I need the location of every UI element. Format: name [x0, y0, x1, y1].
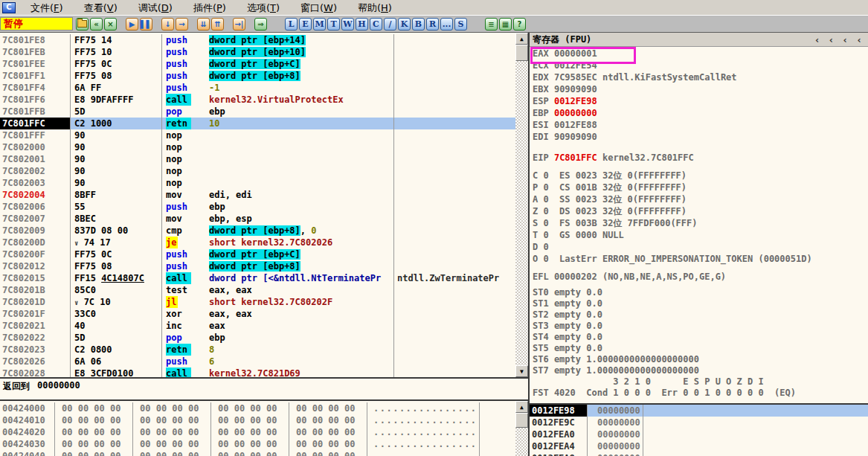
disasm-row[interactable]: 7C802012FF75 08pushdword ptr [ebp+8]	[0, 260, 515, 272]
comment-cell[interactable]	[397, 189, 515, 201]
bytes-cell[interactable]: E8 9DFAFFFF	[71, 94, 162, 106]
register-row[interactable]: EBX 90909090	[533, 83, 868, 95]
address-cell[interactable]: 7C802004	[0, 189, 71, 201]
address-cell[interactable]: 7C802001	[0, 153, 71, 165]
bytes-cell[interactable]: 90	[71, 165, 162, 177]
stack-address[interactable]: 0012FEA8	[530, 452, 588, 456]
dump-row[interactable]: 0042403000 00 00 0000 00 00 0000 00 00 0…	[0, 438, 515, 450]
menu-item-H[interactable]: 帮助(H)	[347, 1, 402, 15]
registers-pane[interactable]: 寄存器 (FPU) ‹‹‹‹ EAX 00000001ECX 0012FE54E…	[530, 33, 868, 403]
animate-over-button[interactable]: ⇈	[211, 18, 224, 30]
disasm-row[interactable]: 7C8020266A 06push6	[0, 356, 515, 367]
address-cell[interactable]: 7C802021	[0, 320, 71, 332]
comment-cell[interactable]	[397, 344, 515, 356]
bytes-cell[interactable]: 33C0	[71, 308, 162, 320]
letter-button-H[interactable]: H	[356, 18, 368, 30]
instruction-cell[interactable]: jeshort kernel32.7C802026	[163, 237, 394, 248]
instruction-cell[interactable]: nop	[163, 153, 394, 165]
flag-row[interactable]: Z 0 DS 0023 32位 0(FFFFFFFF)	[533, 205, 868, 217]
panel-collapse-button[interactable]: ‹	[829, 34, 835, 45]
flag-row[interactable]: D 0	[533, 241, 868, 253]
stack-value[interactable]: 00000000	[588, 405, 643, 417]
comment-cell[interactable]	[397, 284, 515, 296]
bytes-cell[interactable]: 8BEC	[71, 213, 162, 225]
comment-cell[interactable]	[397, 332, 515, 344]
disasm-row[interactable]: 7C80201D∨ 7C 10jlshort kernel32.7C80202F	[0, 296, 515, 308]
register-row[interactable]: ESI 0012FE88	[533, 119, 868, 131]
letter-button-...[interactable]: ...	[440, 18, 453, 30]
bytes-cell[interactable]: 90	[71, 141, 162, 153]
letter-button-C[interactable]: C	[370, 18, 382, 30]
hex-group[interactable]: 00 00 00 00	[55, 450, 133, 456]
step-over-button[interactable]: →	[176, 18, 188, 30]
letter-button-K[interactable]: K	[398, 18, 411, 30]
address-cell[interactable]: 7C802007	[0, 213, 71, 225]
instruction-cell[interactable]: push6	[163, 356, 394, 367]
ascii-cell[interactable]: ................	[372, 450, 480, 456]
scroll-up-button[interactable]: ▲	[515, 401, 528, 413]
disasm-row[interactable]: 7C80201F33C0xoreax, eax	[0, 308, 515, 320]
stack-address[interactable]: 0012FE98	[530, 405, 588, 417]
comment-cell[interactable]	[397, 70, 515, 82]
fpu-register-row[interactable]: ST7 empty 1.0000000000000000000	[533, 365, 868, 376]
comment-cell[interactable]	[397, 320, 515, 332]
address-cell[interactable]: 7C802012	[0, 260, 71, 272]
letter-button-B[interactable]: B	[412, 18, 425, 30]
flag-row[interactable]: P 0 CS 001B 32位 0(FFFFFFFF)	[533, 182, 868, 193]
address-cell[interactable]: 7C802023	[0, 344, 71, 356]
instruction-cell[interactable]: movedi, edi	[163, 189, 394, 201]
bytes-cell[interactable]: FF75 14	[71, 34, 162, 46]
stack-value[interactable]: 00000000	[588, 452, 643, 456]
bytes-cell[interactable]: 6A FF	[71, 82, 162, 94]
comment-cell[interactable]	[397, 153, 515, 165]
hex-group[interactable]: 00 00 00 00	[211, 414, 289, 426]
step-into-button[interactable]: ↓	[161, 18, 174, 30]
register-row[interactable]: EDX 7C9585EC ntdll.KiFastSystemCallRet	[533, 71, 868, 83]
address-cell[interactable]: 7C802022	[0, 332, 71, 344]
disasm-row[interactable]: 7C80200190nop	[0, 153, 515, 165]
bytes-cell[interactable]: FF75 0C	[71, 58, 162, 70]
disasm-row[interactable]: 7C801FE8FF75 14pushdword ptr [ebp+14]	[0, 34, 515, 46]
register-row[interactable]: ECX 0012FE54	[533, 60, 868, 71]
hex-group[interactable]: 00 00 00 00	[211, 402, 289, 414]
hex-group[interactable]: 00 00 00 00	[55, 426, 133, 438]
disasm-row[interactable]: 7C80201B85C0testeax, eax	[0, 284, 515, 296]
bytes-cell[interactable]: 5D	[71, 332, 162, 344]
disasm-row[interactable]: 7C80200FFF75 0Cpushdword ptr [ebp+C]	[0, 248, 515, 260]
fpu-register-row[interactable]: ST4 empty 0.0	[533, 332, 868, 343]
panel-collapse-button[interactable]: ‹	[856, 34, 862, 45]
address-cell[interactable]: 7C802026	[0, 356, 71, 367]
hex-group[interactable]: 00 00 00 00	[211, 426, 289, 438]
address-cell[interactable]: 7C802003	[0, 177, 71, 189]
disasm-row[interactable]: 7C801FF46A FFpush-1	[0, 82, 515, 94]
instruction-cell[interactable]: testeax, eax	[163, 284, 394, 296]
address-cell[interactable]: 7C80200D	[0, 237, 71, 248]
ascii-cell[interactable]: ................	[372, 402, 480, 414]
comment-cell[interactable]	[397, 165, 515, 177]
close-button[interactable]: ×	[104, 18, 117, 30]
stack-address[interactable]: 0012FEA0	[530, 428, 588, 440]
bytes-cell[interactable]: E8 3CFD0100	[71, 367, 162, 377]
menu-item-F[interactable]: 文件(F)	[20, 1, 74, 15]
flag-row[interactable]: S 0 FS 003B 32位 7FFDF000(FFF)	[533, 217, 868, 229]
bytes-cell[interactable]: 85C0	[71, 284, 162, 296]
hex-group[interactable]: 00 00 00 00	[133, 402, 211, 414]
comment-cell[interactable]	[397, 129, 515, 141]
fpu-register-row[interactable]: ST5 empty 0.0	[533, 343, 868, 354]
goto-button[interactable]: ⇒	[254, 18, 267, 30]
disasm-row[interactable]: 7C801FFCC2 1000retn10	[0, 118, 515, 129]
bytes-cell[interactable]: 55	[71, 201, 162, 213]
stack-value[interactable]: 00000000	[588, 440, 643, 452]
disasm-row[interactable]: 7C802009837D 08 00cmpdword ptr [ebp+8], …	[0, 225, 515, 237]
stack-row[interactable]: 0012FEA800000000	[530, 452, 868, 456]
hex-group[interactable]: 00 00 00 00	[55, 402, 133, 414]
comment-cell[interactable]	[397, 248, 515, 260]
address-cell[interactable]: 7C802006	[0, 201, 71, 213]
fpu-register-row[interactable]: ST3 empty 0.0	[533, 321, 868, 332]
disasm-row[interactable]: 7C8020225Dpopebp	[0, 332, 515, 344]
instruction-cell[interactable]: nop	[163, 165, 394, 177]
letter-button-E[interactable]: E	[299, 18, 312, 30]
register-row[interactable]: ESP 0012FE98	[533, 95, 868, 107]
letter-button-L[interactable]: L	[285, 18, 298, 30]
comment-cell[interactable]	[397, 237, 515, 248]
